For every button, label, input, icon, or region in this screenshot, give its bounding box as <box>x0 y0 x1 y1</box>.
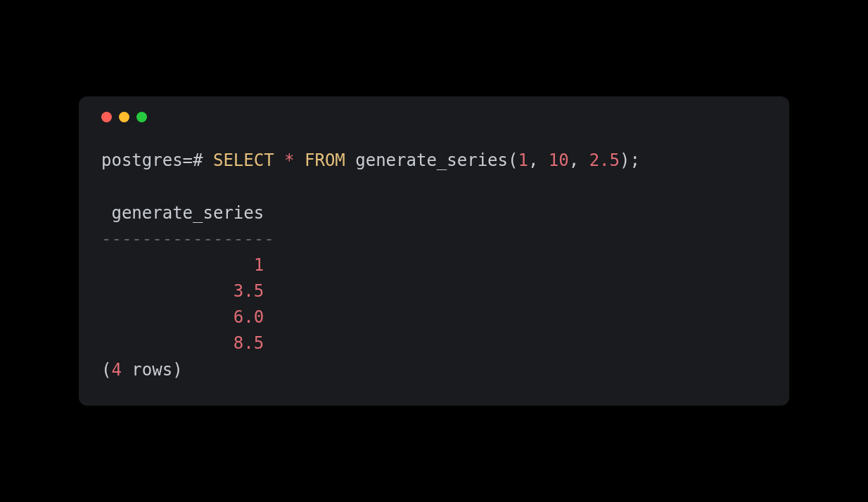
arg-0: 1 <box>518 150 528 170</box>
semicolon: ; <box>630 150 639 170</box>
footer-count: 4 <box>111 360 121 380</box>
close-icon[interactable] <box>101 112 112 122</box>
comma-1: , <box>569 150 589 170</box>
window-titlebar <box>101 112 767 122</box>
footer-open: ( <box>101 360 111 380</box>
minimize-icon[interactable] <box>119 112 129 122</box>
terminal-window: postgres=# SELECT * FROM generate_series… <box>79 96 789 406</box>
arg-1: 10 <box>549 150 569 170</box>
terminal-body[interactable]: postgres=# SELECT * FROM generate_series… <box>101 148 767 383</box>
column-header: generate_series <box>101 203 274 223</box>
maximize-icon[interactable] <box>136 112 147 122</box>
sql-function: generate_series <box>355 150 508 170</box>
result-row: 6.0 <box>101 307 264 327</box>
footer-rest: rows) <box>122 360 183 380</box>
result-row: 8.5 <box>101 333 264 353</box>
open-paren: ( <box>508 150 518 170</box>
result-divider: ----------------- <box>101 229 274 249</box>
sql-select: SELECT <box>213 150 274 170</box>
prompt-text: postgres=# <box>101 150 203 170</box>
comma-0: , <box>528 150 549 170</box>
result-row: 3.5 <box>101 281 264 301</box>
sql-star: * <box>284 150 294 170</box>
close-paren: ) <box>620 150 630 170</box>
arg-2: 2.5 <box>589 150 620 170</box>
result-row: 1 <box>101 255 264 275</box>
sql-from: FROM <box>305 150 345 170</box>
